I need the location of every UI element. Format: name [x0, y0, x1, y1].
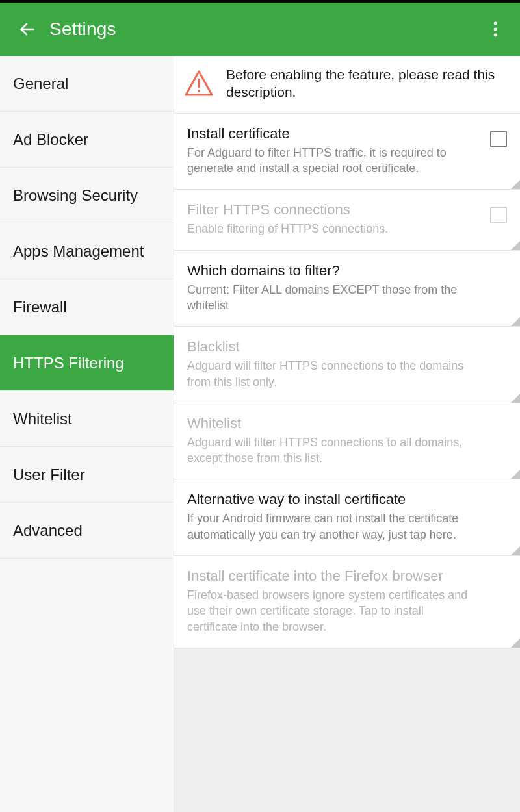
- resize-grip-icon: [511, 180, 520, 189]
- resize-grip-icon: [511, 394, 520, 403]
- sidebar-item-firewall[interactable]: Firewall: [0, 279, 174, 335]
- arrow-left-icon: [18, 20, 36, 38]
- sidebar-item-label: Browsing Security: [13, 186, 138, 205]
- sidebar-item-advanced[interactable]: Advanced: [0, 503, 174, 559]
- setting-blacklist: BlacklistAdguard will filter HTTPS conne…: [174, 327, 520, 403]
- resize-grip-icon: [511, 241, 520, 250]
- sidebar-item-whitelist[interactable]: Whitelist: [0, 391, 174, 447]
- svg-point-3: [494, 34, 497, 37]
- sidebar-item-label: Apps Management: [13, 242, 144, 260]
- sidebar-item-ad-blocker[interactable]: Ad Blocker: [0, 112, 174, 168]
- page-title: Settings: [49, 19, 116, 40]
- sidebar-item-apps-management[interactable]: Apps Management: [0, 223, 174, 279]
- warning-icon: [183, 68, 214, 99]
- setting-description: Firefox-based browsers ignore system cer…: [187, 587, 507, 635]
- resize-grip-icon: [511, 470, 520, 479]
- setting-title: Install certificate: [187, 125, 507, 142]
- settings-list: Install certificateFor Adguard to filter…: [174, 114, 520, 648]
- setting-title: Blacklist: [187, 338, 507, 355]
- sidebar-item-https-filtering[interactable]: HTTPS Filtering: [0, 335, 174, 391]
- back-button[interactable]: [14, 16, 40, 42]
- setting-description: For Adguard to filter HTTPS traffic, it …: [187, 145, 507, 177]
- overflow-menu-button[interactable]: [482, 3, 508, 56]
- resize-grip-icon: [511, 546, 520, 555]
- resize-grip-icon: [511, 317, 520, 326]
- sidebar-list: GeneralAd BlockerBrowsing SecurityApps M…: [0, 56, 174, 559]
- sidebar-item-general[interactable]: General: [0, 56, 174, 112]
- sidebar-item-label: HTTPS Filtering: [13, 354, 124, 372]
- setting-install-cert[interactable]: Install certificateFor Adguard to filter…: [174, 114, 520, 190]
- setting-description: Adguard will filter HTTPS connections to…: [187, 358, 507, 390]
- setting-description: Adguard will filter HTTPS connections to…: [187, 435, 507, 466]
- warning-text: Before enabling the feature, please read…: [226, 66, 507, 101]
- setting-filter-https: Filter HTTPS connectionsEnable filtering…: [174, 190, 520, 250]
- checkbox[interactable]: [490, 131, 507, 147]
- sidebar-item-label: General: [13, 75, 68, 93]
- sidebar-item-label: Advanced: [13, 522, 83, 540]
- resize-grip-icon: [511, 639, 520, 648]
- svg-point-1: [494, 22, 497, 25]
- setting-description: Enable filtering of HTTPS connections.: [187, 221, 507, 236]
- sidebar-item-user-filter[interactable]: User Filter: [0, 447, 174, 503]
- setting-alt-install[interactable]: Alternative way to install certificateIf…: [174, 479, 520, 556]
- main-panel: Before enabling the feature, please read…: [174, 56, 520, 812]
- sidebar-item-label: Whitelist: [13, 410, 72, 428]
- setting-whitelist: WhitelistAdguard will filter HTTPS conne…: [174, 403, 520, 480]
- setting-firefox-install: Install certificate into the Firefox bro…: [174, 556, 520, 648]
- sidebar-item-label: Ad Blocker: [13, 131, 88, 149]
- setting-title: Alternative way to install certificate: [187, 491, 507, 508]
- setting-description: If your Android firmware can not install…: [187, 511, 507, 542]
- sidebar-item-label: Firewall: [13, 298, 67, 316]
- setting-title: Install certificate into the Firefox bro…: [187, 568, 507, 585]
- sidebar-item-label: User Filter: [13, 466, 85, 484]
- content: GeneralAd BlockerBrowsing SecurityApps M…: [0, 56, 520, 812]
- checkbox: [490, 207, 507, 223]
- setting-title: Which domains to filter?: [187, 262, 507, 279]
- more-vert-icon: [493, 21, 497, 37]
- setting-which-domains[interactable]: Which domains to filter?Current: Filter …: [174, 251, 520, 327]
- warning-notice[interactable]: Before enabling the feature, please read…: [174, 56, 520, 114]
- sidebar-item-browsing-security[interactable]: Browsing Security: [0, 168, 174, 223]
- svg-point-2: [494, 28, 497, 31]
- sidebar: GeneralAd BlockerBrowsing SecurityApps M…: [0, 56, 174, 812]
- app-bar: Settings: [0, 3, 520, 56]
- setting-title: Filter HTTPS connections: [187, 201, 507, 218]
- setting-description: Current: Filter ALL domains EXCEPT those…: [187, 282, 507, 314]
- svg-point-5: [198, 90, 200, 92]
- setting-title: Whitelist: [187, 415, 507, 432]
